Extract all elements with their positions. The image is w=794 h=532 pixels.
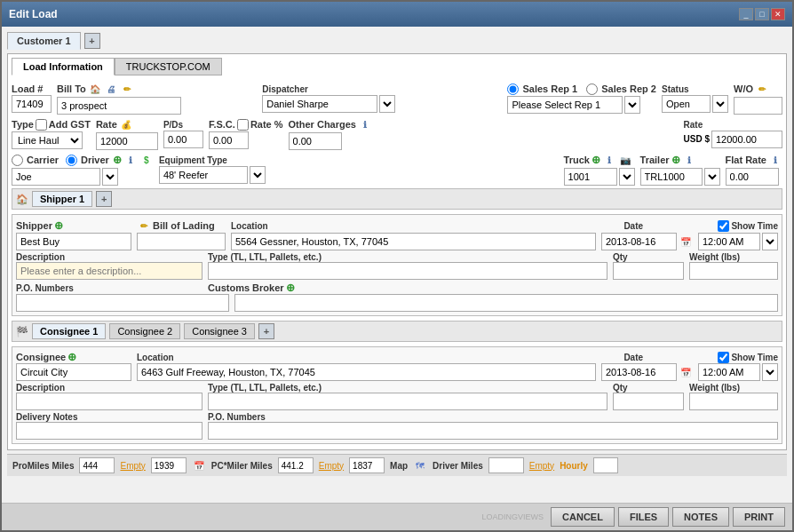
shipper-time-input[interactable]	[698, 233, 760, 250]
shipper-date-input[interactable]	[601, 233, 677, 250]
rate2-input[interactable]	[711, 131, 782, 148]
consignee-type-input[interactable]	[208, 393, 607, 410]
bill-to-edit-icon[interactable]: ✏	[120, 82, 134, 96]
rate-calc-icon[interactable]: 💰	[119, 117, 133, 131]
driver-info-icon[interactable]: ℹ	[123, 153, 138, 167]
shipper-time-select[interactable]	[762, 233, 778, 250]
consignee-location-input[interactable]	[137, 363, 596, 381]
maximize-button[interactable]: □	[755, 8, 769, 20]
bill-to-print-icon[interactable]: 🖨	[104, 82, 118, 96]
fsc-checkbox[interactable]	[237, 119, 249, 131]
trailer-select[interactable]	[704, 168, 720, 186]
consignee-time-input[interactable]	[698, 363, 760, 381]
consignee-show-time-checkbox[interactable]	[718, 352, 729, 363]
fsc-input[interactable]	[209, 131, 249, 149]
load-num-input[interactable]	[12, 95, 52, 113]
sales-rep2-radio[interactable]	[586, 83, 598, 95]
driver-select[interactable]	[102, 168, 118, 186]
consignee-weight-input[interactable]	[689, 393, 778, 410]
truck-info-icon[interactable]: ℹ	[602, 153, 616, 167]
other-charges-input[interactable]	[289, 132, 342, 150]
add-gst-checkbox[interactable]	[36, 119, 47, 131]
truck-cam-icon[interactable]: 📷	[618, 153, 632, 167]
consignee-calendar-icon[interactable]: 📅	[679, 365, 693, 379]
pcmiler-input[interactable]	[278, 457, 314, 473]
dispatcher-select[interactable]	[379, 95, 395, 113]
cancel-button[interactable]: CANCEL	[551, 507, 615, 527]
equipment-input[interactable]	[159, 166, 248, 184]
equipment-select[interactable]	[250, 166, 266, 184]
sales-rep1-input[interactable]	[507, 96, 623, 114]
driver-dollar-icon[interactable]: $	[139, 153, 154, 167]
shipper-desc-input[interactable]	[16, 262, 202, 280]
shipper-location-input[interactable]	[231, 233, 596, 250]
add-consignee-tab-button[interactable]: +	[258, 323, 274, 339]
show-time-checkbox[interactable]	[718, 220, 729, 232]
consignee-date-input[interactable]	[601, 363, 677, 381]
carrier-radio-label[interactable]: Carrier	[12, 155, 59, 166]
flat-rate-info-icon[interactable]: ℹ	[768, 153, 782, 167]
driver-add-icon[interactable]: ⊕	[113, 154, 122, 166]
add-shipper-tab-button[interactable]: +	[96, 191, 112, 207]
load-info-tab[interactable]: Load Information	[12, 58, 115, 75]
pcmiler-empty-link[interactable]: Empty	[319, 461, 344, 471]
sales-rep1-radio[interactable]	[507, 83, 519, 95]
rate-input[interactable]	[96, 132, 158, 150]
driver-empty-link[interactable]: Empty	[529, 461, 554, 471]
shipper-qty-input[interactable]	[613, 262, 684, 280]
carrier-radio[interactable]	[12, 155, 23, 166]
map-icon[interactable]: 🗺	[413, 458, 427, 472]
customs-add-icon[interactable]: ⊕	[286, 282, 295, 294]
consignee-name-input[interactable]	[16, 363, 131, 381]
sales-rep1-radio-label[interactable]: Sales Rep 1	[507, 83, 577, 95]
truckstop-tab[interactable]: TRUCKSTOP.COM	[115, 58, 222, 75]
truck-select[interactable]	[619, 168, 635, 186]
truck-input[interactable]	[564, 168, 617, 186]
minimize-button[interactable]: _	[739, 8, 753, 20]
pds-input[interactable]	[163, 131, 203, 148]
promiles-input[interactable]	[79, 457, 115, 473]
consignee-add-icon[interactable]: ⊕	[67, 351, 76, 363]
consignee-desc-input[interactable]	[16, 393, 202, 410]
trailer-input[interactable]	[640, 168, 703, 186]
shipper-po-input[interactable]	[16, 294, 229, 312]
status-input[interactable]	[662, 95, 711, 113]
bill-lading-pencil-icon[interactable]: ✏	[137, 218, 151, 233]
close-button[interactable]: ✕	[771, 8, 785, 20]
driver-input[interactable]	[12, 168, 100, 186]
bill-of-lading-input[interactable]	[137, 233, 226, 250]
shipper1-tab[interactable]: Shipper 1	[32, 191, 92, 207]
consignee-delivery-input[interactable]	[16, 422, 202, 440]
shipper-customs-input[interactable]	[234, 294, 778, 312]
dispatcher-input[interactable]	[262, 95, 377, 113]
customer-tab[interactable]: Customer 1	[7, 32, 81, 50]
other-charges-info-icon[interactable]: ℹ	[358, 117, 372, 131]
bill-to-input[interactable]	[57, 97, 181, 115]
flat-rate-input[interactable]	[726, 168, 779, 186]
shipper-weight-input[interactable]	[689, 262, 778, 280]
wo-edit-icon[interactable]: ✏	[755, 82, 769, 96]
type-select[interactable]: Line Haul	[12, 131, 83, 149]
add-customer-tab-button[interactable]: +	[84, 33, 100, 49]
sales-rep2-radio-label[interactable]: Sales Rep 2	[586, 83, 656, 95]
truck-add-icon[interactable]: ⊕	[592, 154, 600, 166]
consignee1-tab[interactable]: Consignee 1	[32, 323, 106, 339]
promiles-calendar-icon[interactable]: 📅	[192, 458, 206, 472]
shipper-name-input[interactable]	[16, 233, 131, 250]
wo-input[interactable]	[734, 97, 782, 115]
bill-to-home-icon[interactable]: 🏠	[88, 82, 102, 96]
status-select[interactable]	[712, 95, 728, 113]
print-button[interactable]: PRINT	[733, 507, 785, 527]
shipper-calendar-icon[interactable]: 📅	[679, 234, 693, 249]
files-button[interactable]: FILES	[618, 507, 669, 527]
consignee-qty-input[interactable]	[613, 393, 684, 410]
notes-button[interactable]: NOTES	[672, 507, 729, 527]
driver-miles-input[interactable]	[488, 457, 524, 473]
driver-radio-label[interactable]: Driver	[66, 155, 109, 166]
consignee-po-input[interactable]	[208, 422, 778, 440]
consignee2-tab[interactable]: Consignee 2	[109, 323, 180, 339]
consignee-time-select[interactable]	[762, 363, 778, 381]
pcmiler-empty-input[interactable]	[349, 457, 385, 473]
sales-rep1-select[interactable]	[624, 96, 640, 114]
promiles-empty-input[interactable]	[151, 457, 187, 473]
